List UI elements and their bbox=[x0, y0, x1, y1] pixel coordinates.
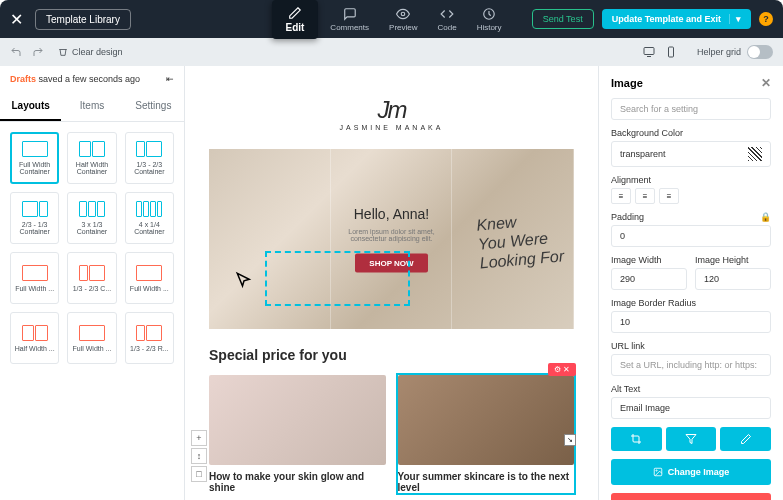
bg-color-label: Background Color bbox=[611, 128, 771, 138]
resize-handle[interactable]: ↘ bbox=[564, 434, 576, 446]
align-left-button[interactable]: ≡ bbox=[611, 188, 631, 204]
edit-image-button[interactable] bbox=[720, 427, 771, 451]
layout-option[interactable]: 1/3 - 2/3 R... bbox=[125, 312, 174, 364]
svg-point-6 bbox=[656, 470, 657, 471]
send-test-button[interactable]: Send Test bbox=[532, 9, 594, 29]
search-settings-input[interactable]: Search for a setting bbox=[611, 98, 771, 120]
width-input[interactable]: 290 bbox=[611, 268, 687, 290]
cursor-icon bbox=[235, 271, 253, 289]
layout-option[interactable]: Full Width ... bbox=[10, 252, 59, 304]
canvas[interactable]: Jm JASMINE MANAKA Hello, Anna! Lorem ips… bbox=[185, 66, 598, 500]
edit-tab[interactable]: Edit bbox=[271, 0, 318, 39]
layout-option[interactable]: Full Width ... bbox=[67, 312, 116, 364]
align-right-button[interactable]: ≡ bbox=[659, 188, 679, 204]
inspector-panel: Image ✕ Search for a setting Background … bbox=[598, 66, 783, 500]
svg-rect-3 bbox=[668, 47, 673, 57]
top-bar: ✕ Template Library Edit Comments Preview… bbox=[0, 0, 783, 38]
canvas-tools: + ↕ □ bbox=[191, 430, 207, 482]
move-block-button[interactable]: ↕ bbox=[191, 448, 207, 464]
radius-input[interactable]: 10 bbox=[611, 311, 771, 333]
lock-icon[interactable]: 🔒 bbox=[760, 212, 771, 222]
chevron-down-icon[interactable]: ▾ bbox=[729, 14, 741, 24]
image-icon bbox=[653, 467, 663, 477]
padding-input[interactable]: 0 bbox=[611, 225, 771, 247]
url-input[interactable]: Set a URL, including http: or https: bbox=[611, 354, 771, 376]
desktop-icon[interactable] bbox=[643, 46, 655, 58]
layout-option[interactable]: Half Width Container bbox=[67, 132, 116, 184]
help-button[interactable]: ? bbox=[759, 12, 773, 26]
align-center-button[interactable]: ≡ bbox=[635, 188, 655, 204]
svg-point-0 bbox=[402, 12, 406, 16]
layout-option[interactable]: 1/3 - 2/3 Container bbox=[125, 132, 174, 184]
clear-design-button[interactable]: Clear design bbox=[58, 47, 123, 57]
filter-button[interactable] bbox=[666, 427, 717, 451]
layout-option[interactable]: Full Width ... bbox=[125, 252, 174, 304]
hero-heading: Hello, Anna! bbox=[332, 206, 452, 222]
layouts-grid: Full Width Container Half Width Containe… bbox=[0, 122, 184, 374]
layouts-tab[interactable]: Layouts bbox=[0, 92, 61, 121]
more-block-button[interactable]: □ bbox=[191, 466, 207, 482]
history-tab[interactable]: History bbox=[467, 3, 512, 36]
layout-option[interactable]: 2/3 - 1/3 Container bbox=[10, 192, 59, 244]
code-tab[interactable]: Code bbox=[428, 3, 467, 36]
collapse-icon[interactable]: ⇤ bbox=[166, 74, 174, 84]
element-actions-badge[interactable]: ⚙ ✕ bbox=[548, 363, 576, 376]
comments-tab[interactable]: Comments bbox=[320, 3, 379, 36]
inspector-title: Image bbox=[611, 77, 643, 89]
undo-icon[interactable] bbox=[10, 46, 22, 58]
alt-input[interactable]: Email Image bbox=[611, 397, 771, 419]
layout-option[interactable]: 4 x 1/4 Container bbox=[125, 192, 174, 244]
brand-logo: Jm JASMINE MANAKA bbox=[209, 86, 574, 141]
toolbar: Clear design Helper grid bbox=[0, 38, 783, 66]
code-icon bbox=[440, 7, 454, 21]
section-heading: Special price for you bbox=[209, 347, 574, 363]
helper-grid-toggle[interactable]: Helper grid bbox=[697, 45, 773, 59]
article-card[interactable]: How to make your skin glow and shine bbox=[209, 375, 386, 493]
trash-icon bbox=[58, 47, 68, 57]
left-sidebar: Drafts saved a few seconds ago ⇤ Layouts… bbox=[0, 66, 185, 500]
items-tab[interactable]: Items bbox=[61, 92, 122, 121]
eye-icon bbox=[396, 7, 410, 21]
card-image bbox=[398, 375, 575, 465]
alt-label: Alt Text bbox=[611, 384, 771, 394]
article-card-selected[interactable]: ⚙ ✕ ↘ Your summer skincare is to the nex… bbox=[398, 375, 575, 493]
toggle-switch[interactable] bbox=[747, 45, 773, 59]
bg-color-input[interactable]: transparent bbox=[611, 141, 771, 167]
change-image-button[interactable]: Change Image bbox=[611, 459, 771, 485]
layout-option[interactable]: Half Width ... bbox=[10, 312, 59, 364]
height-label: Image Height bbox=[695, 255, 771, 265]
mobile-icon[interactable] bbox=[665, 46, 677, 58]
add-block-button[interactable]: + bbox=[191, 430, 207, 446]
radius-label: Image Border Radius bbox=[611, 298, 771, 308]
layout-option[interactable]: 3 x 1/3 Container bbox=[67, 192, 116, 244]
url-label: URL link bbox=[611, 341, 771, 351]
pencil-icon bbox=[288, 6, 302, 20]
layout-option[interactable]: Full Width Container bbox=[10, 132, 59, 184]
redo-icon[interactable] bbox=[32, 46, 44, 58]
crop-button[interactable] bbox=[611, 427, 662, 451]
hero-text: Lorem ipsum dolor sit amet, consectetur … bbox=[332, 228, 452, 242]
card-image bbox=[209, 375, 386, 465]
comment-icon bbox=[343, 7, 357, 21]
card-title: How to make your skin glow and shine bbox=[209, 471, 386, 493]
alignment-label: Alignment bbox=[611, 175, 771, 185]
transparent-swatch-icon bbox=[748, 147, 762, 161]
remove-image-button[interactable]: ✕ Remove Image bbox=[611, 493, 771, 500]
height-input[interactable]: 120 bbox=[695, 268, 771, 290]
layout-option[interactable]: 1/3 - 2/3 C... bbox=[67, 252, 116, 304]
drop-zone[interactable] bbox=[265, 251, 410, 306]
close-inspector-button[interactable]: ✕ bbox=[761, 76, 771, 90]
svg-rect-1 bbox=[644, 48, 654, 55]
svg-marker-4 bbox=[686, 435, 696, 444]
settings-tab[interactable]: Settings bbox=[123, 92, 184, 121]
padding-label: Padding bbox=[611, 212, 644, 222]
close-button[interactable]: ✕ bbox=[10, 10, 23, 29]
draft-status: Drafts saved a few seconds ago ⇤ bbox=[0, 66, 184, 92]
history-icon bbox=[482, 7, 496, 21]
update-template-button[interactable]: Update Template and Exit▾ bbox=[602, 9, 751, 29]
width-label: Image Width bbox=[611, 255, 687, 265]
card-title: Your summer skincare is to the next leve… bbox=[398, 471, 575, 493]
preview-tab[interactable]: Preview bbox=[379, 3, 427, 36]
hero-overlay-text: KnewYou WereLooking For bbox=[475, 208, 564, 273]
template-library-button[interactable]: Template Library bbox=[35, 9, 131, 30]
